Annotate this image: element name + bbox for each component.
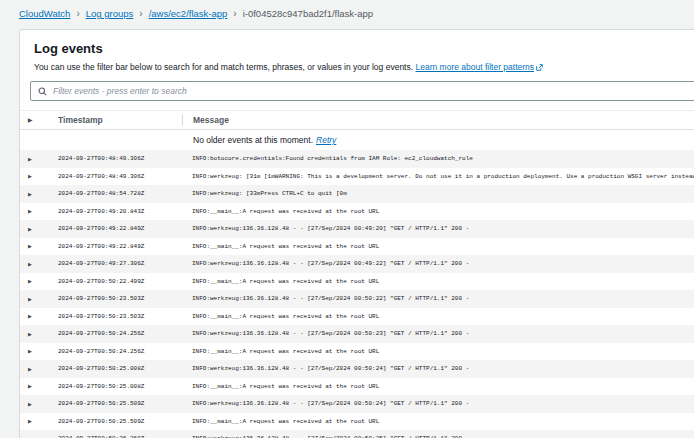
column-header-message: Message	[183, 115, 694, 125]
filter-events-input[interactable]	[53, 86, 694, 96]
log-event-row[interactable]: ▶ 2024-09-27T00:50:23.503Z INFO:werkzeug…	[20, 290, 694, 308]
expand-arrow-icon[interactable]: ▶	[20, 348, 58, 354]
expand-arrow-icon[interactable]: ▶	[20, 208, 58, 214]
expand-arrow-icon[interactable]: ▶	[20, 313, 58, 319]
panel-description: You can use the filter bar below to sear…	[34, 62, 694, 73]
log-timestamp: 2024-09-27T00:50:25.008Z	[58, 383, 182, 390]
log-event-row[interactable]: ▶ 2024-09-27T00:49:22.849Z INFO:werkzeug…	[20, 220, 694, 238]
breadcrumb-link-log-groups[interactable]: Log groups	[86, 8, 134, 19]
log-timestamp: 2024-09-27T00:50:22.499Z	[58, 278, 182, 285]
page-title: Log events	[34, 41, 694, 56]
log-events-panel: Log events You can use the filter bar be…	[19, 29, 694, 438]
log-timestamp: 2024-09-27T00:50:25.008Z	[58, 365, 182, 372]
log-message: INFO:__main__:A request was received at …	[182, 208, 694, 215]
log-event-row[interactable]: ▶ 2024-09-27T00:48:54.728Z INFO:werkzeug…	[20, 185, 694, 203]
log-message: INFO:werkzeug:136.36.128.48 - - [27/Sep/…	[182, 330, 694, 337]
log-message: INFO:werkzeug:136.36.128.48 - - [27/Sep/…	[182, 225, 694, 232]
log-event-row[interactable]: ▶ 2024-09-27T00:48:49.306Z INFO:werkzeug…	[20, 168, 694, 186]
log-event-row[interactable]: ▶ 2024-09-27T00:50:24.256Z INFO:__main__…	[20, 343, 694, 361]
log-event-row[interactable]: ▶ 2024-09-27T00:50:24.256Z INFO:werkzeug…	[20, 325, 694, 343]
cloudwatch-log-events-page: { "colors": { "accent_blue": "#0073bb", …	[0, 0, 694, 438]
log-event-row[interactable]: ▶ 2024-09-27T00:50:26.260Z INFO:werkzeug…	[20, 430, 694, 438]
log-event-row[interactable]: ▶ 2024-09-27T00:50:25.509Z INFO:__main__…	[20, 413, 694, 431]
expand-arrow-icon[interactable]: ▶	[20, 261, 58, 267]
expand-arrow-icon: ▶	[20, 117, 58, 123]
log-timestamp: 2024-09-27T00:48:49.306Z	[58, 155, 182, 162]
expand-arrow-icon[interactable]: ▶	[20, 331, 58, 337]
breadcrumb-link-cloudwatch[interactable]: CloudWatch	[19, 8, 70, 19]
expand-arrow-icon[interactable]: ▶	[20, 173, 58, 179]
log-message: INFO:werkzeug:136.36.128.48 - - [27/Sep/…	[182, 400, 694, 407]
breadcrumb-separator-icon: ›	[76, 8, 79, 19]
log-timestamp: 2024-09-27T00:49:22.849Z	[58, 243, 182, 250]
log-event-row[interactable]: ▶ 2024-09-27T00:50:25.509Z INFO:werkzeug…	[20, 395, 694, 413]
log-event-row[interactable]: ▶ 2024-09-27T00:49:22.849Z INFO:__main__…	[20, 238, 694, 256]
log-timestamp: 2024-09-27T00:50:25.509Z	[58, 400, 182, 407]
breadcrumb-current-log-stream: i-0f04528c947bad2f1/flask-app	[243, 8, 373, 19]
log-event-row[interactable]: ▶ 2024-09-27T00:48:49.306Z INFO:botocore…	[20, 150, 694, 168]
log-timestamp: 2024-09-27T00:48:54.728Z	[58, 190, 182, 197]
expand-arrow-icon[interactable]: ▶	[20, 226, 58, 232]
breadcrumb: CloudWatch › Log groups › /aws/ec2/flask…	[0, 0, 694, 19]
log-timestamp: 2024-09-27T00:50:24.256Z	[58, 330, 182, 337]
log-message: INFO:werkzeug:136.36.128.48 - - [27/Sep/…	[182, 365, 694, 372]
log-event-row[interactable]: ▶ 2024-09-27T00:50:25.008Z INFO:werkzeug…	[20, 360, 694, 378]
expand-arrow-icon[interactable]: ▶	[20, 296, 58, 302]
expand-arrow-icon[interactable]: ▶	[20, 418, 58, 424]
notice-text: No older events at this moment.	[193, 135, 313, 145]
log-timestamp: 2024-09-27T00:49:22.849Z	[58, 225, 182, 232]
learn-more-link[interactable]: Learn more about filter patterns	[415, 62, 534, 72]
no-older-events-notice: No older events at this moment. Retry	[20, 130, 694, 150]
log-timestamp: 2024-09-27T00:50:23.503Z	[58, 313, 182, 320]
log-event-row[interactable]: ▶ 2024-09-27T00:49:20.843Z INFO:__main__…	[20, 203, 694, 221]
log-timestamp: 2024-09-27T00:50:24.256Z	[58, 348, 182, 355]
log-timestamp: 2024-09-27T00:50:23.503Z	[58, 295, 182, 302]
log-message: INFO:__main__:A request was received at …	[182, 348, 694, 355]
expand-arrow-icon[interactable]: ▶	[20, 191, 58, 197]
retry-link[interactable]: Retry	[316, 135, 336, 145]
log-message: INFO:werkzeug:136.36.128.48 - - [27/Sep/…	[182, 260, 694, 267]
expand-arrow-icon[interactable]: ▶	[20, 366, 58, 372]
log-timestamp: 2024-09-27T00:48:49.306Z	[58, 173, 182, 180]
log-message: INFO:__main__:A request was received at …	[182, 278, 694, 285]
expand-arrow-icon[interactable]: ▶	[20, 278, 58, 284]
log-events-table: ▶ Timestamp Message No older events at t…	[20, 110, 694, 438]
filter-events-searchbar	[30, 81, 694, 101]
expand-arrow-icon[interactable]: ▶	[20, 156, 58, 162]
external-link-icon	[536, 63, 543, 73]
expand-arrow-icon[interactable]: ▶	[20, 243, 58, 249]
log-event-row[interactable]: ▶ 2024-09-27T00:49:27.306Z INFO:werkzeug…	[20, 255, 694, 273]
log-message: INFO:__main__:A request was received at …	[182, 383, 694, 390]
breadcrumb-separator-icon: ›	[233, 8, 236, 19]
search-icon	[38, 87, 47, 96]
log-event-row[interactable]: ▶ 2024-09-27T00:50:25.008Z INFO:__main__…	[20, 378, 694, 396]
table-header-row: ▶ Timestamp Message	[20, 110, 694, 130]
log-event-rows: ▶ 2024-09-27T00:48:49.306Z INFO:botocore…	[20, 150, 694, 438]
log-message: INFO:__main__:A request was received at …	[182, 313, 694, 320]
log-message: INFO:werkzeug: [31m [1mWARNING: This is …	[182, 173, 694, 180]
log-message: INFO:__main__:A request was received at …	[182, 243, 694, 250]
column-header-timestamp: Timestamp	[58, 115, 182, 125]
log-timestamp: 2024-09-27T00:49:20.843Z	[58, 208, 182, 215]
expand-arrow-icon[interactable]: ▶	[20, 401, 58, 407]
log-message: INFO:werkzeug: [33mPress CTRL+C to quit …	[182, 190, 694, 197]
expand-arrow-icon[interactable]: ▶	[20, 383, 58, 389]
log-timestamp: 2024-09-27T00:49:27.306Z	[58, 260, 182, 267]
description-text: You can use the filter bar below to sear…	[34, 62, 413, 72]
log-timestamp: 2024-09-27T00:50:25.509Z	[58, 418, 182, 425]
log-message: INFO:werkzeug:136.36.128.48 - - [27/Sep/…	[182, 295, 694, 302]
log-event-row[interactable]: ▶ 2024-09-27T00:50:23.503Z INFO:__main__…	[20, 308, 694, 326]
breadcrumb-separator-icon: ›	[139, 8, 142, 19]
breadcrumb-link-log-group[interactable]: /aws/ec2/flask-app	[149, 8, 228, 19]
log-message: INFO:__main__:A request was received at …	[182, 418, 694, 425]
log-message: INFO:botocore.credentials:Found credenti…	[182, 155, 694, 162]
log-event-row[interactable]: ▶ 2024-09-27T00:50:22.499Z INFO:__main__…	[20, 273, 694, 291]
